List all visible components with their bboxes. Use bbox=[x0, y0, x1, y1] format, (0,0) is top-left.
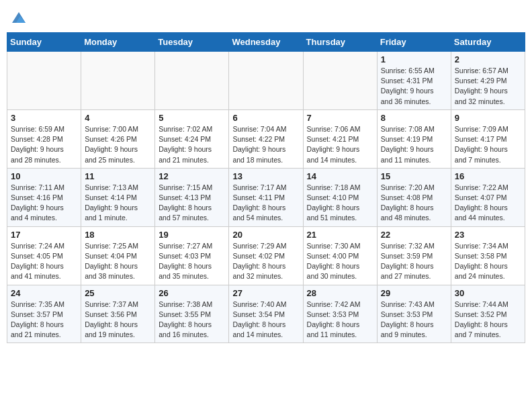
day-number: 19 bbox=[159, 230, 225, 240]
day-number: 4 bbox=[85, 113, 151, 123]
day-number: 14 bbox=[307, 171, 373, 181]
day-cell: 25Sunrise: 7:37 AM Sunset: 3:56 PM Dayli… bbox=[81, 285, 155, 343]
day-number: 2 bbox=[455, 54, 521, 64]
day-cell: 29Sunrise: 7:43 AM Sunset: 3:53 PM Dayli… bbox=[377, 285, 451, 343]
day-cell: 21Sunrise: 7:30 AM Sunset: 4:00 PM Dayli… bbox=[303, 226, 377, 285]
day-cell bbox=[7, 52, 81, 110]
day-detail: Sunrise: 6:59 AM Sunset: 4:28 PM Dayligh… bbox=[11, 124, 77, 165]
logo-icon bbox=[11, 9, 27, 26]
logo bbox=[9, 9, 27, 26]
day-cell: 8Sunrise: 7:08 AM Sunset: 4:19 PM Daylig… bbox=[377, 109, 451, 168]
day-cell: 1Sunrise: 6:55 AM Sunset: 4:31 PM Daylig… bbox=[377, 52, 451, 110]
day-cell: 26Sunrise: 7:38 AM Sunset: 3:55 PM Dayli… bbox=[155, 285, 229, 343]
weekday-header-wednesday: Wednesday bbox=[229, 33, 303, 52]
day-number: 5 bbox=[159, 113, 225, 123]
day-detail: Sunrise: 7:13 AM Sunset: 4:14 PM Dayligh… bbox=[85, 183, 151, 224]
day-cell: 2Sunrise: 6:57 AM Sunset: 4:29 PM Daylig… bbox=[451, 52, 525, 110]
day-detail: Sunrise: 6:57 AM Sunset: 4:29 PM Dayligh… bbox=[455, 66, 521, 107]
day-detail: Sunrise: 6:55 AM Sunset: 4:31 PM Dayligh… bbox=[381, 66, 447, 107]
calendar: SundayMondayTuesdayWednesdayThursdayFrid… bbox=[7, 32, 525, 343]
day-cell: 11Sunrise: 7:13 AM Sunset: 4:14 PM Dayli… bbox=[81, 168, 155, 226]
day-detail: Sunrise: 7:44 AM Sunset: 3:52 PM Dayligh… bbox=[455, 300, 521, 340]
day-number: 24 bbox=[11, 288, 77, 298]
weekday-header-saturday: Saturday bbox=[451, 33, 525, 52]
day-detail: Sunrise: 7:38 AM Sunset: 3:55 PM Dayligh… bbox=[159, 300, 225, 340]
week-row-3: 10Sunrise: 7:11 AM Sunset: 4:16 PM Dayli… bbox=[7, 168, 525, 226]
week-row-4: 17Sunrise: 7:24 AM Sunset: 4:05 PM Dayli… bbox=[7, 226, 525, 285]
day-number: 11 bbox=[85, 171, 151, 181]
day-cell: 24Sunrise: 7:35 AM Sunset: 3:57 PM Dayli… bbox=[7, 285, 81, 343]
day-detail: Sunrise: 7:17 AM Sunset: 4:11 PM Dayligh… bbox=[232, 183, 299, 224]
day-detail: Sunrise: 7:32 AM Sunset: 3:59 PM Dayligh… bbox=[381, 241, 447, 282]
day-cell: 15Sunrise: 7:20 AM Sunset: 4:08 PM Dayli… bbox=[377, 168, 451, 226]
day-number: 28 bbox=[307, 288, 373, 298]
day-detail: Sunrise: 7:42 AM Sunset: 3:53 PM Dayligh… bbox=[307, 300, 373, 340]
day-detail: Sunrise: 7:15 AM Sunset: 4:13 PM Dayligh… bbox=[159, 183, 225, 224]
day-number: 1 bbox=[381, 54, 447, 64]
day-cell: 22Sunrise: 7:32 AM Sunset: 3:59 PM Dayli… bbox=[377, 226, 451, 285]
day-number: 7 bbox=[307, 113, 373, 123]
weekday-header-friday: Friday bbox=[377, 33, 451, 52]
day-detail: Sunrise: 7:24 AM Sunset: 4:05 PM Dayligh… bbox=[11, 241, 77, 282]
day-detail: Sunrise: 7:09 AM Sunset: 4:17 PM Dayligh… bbox=[455, 124, 521, 165]
weekday-header-thursday: Thursday bbox=[303, 33, 377, 52]
day-number: 3 bbox=[11, 113, 77, 123]
weekday-header-monday: Monday bbox=[81, 33, 155, 52]
day-number: 23 bbox=[455, 230, 521, 240]
day-number: 12 bbox=[159, 171, 225, 181]
header bbox=[7, 7, 525, 28]
weekday-header-row: SundayMondayTuesdayWednesdayThursdayFrid… bbox=[7, 33, 525, 52]
day-detail: Sunrise: 7:22 AM Sunset: 4:07 PM Dayligh… bbox=[455, 183, 521, 224]
day-detail: Sunrise: 7:43 AM Sunset: 3:53 PM Dayligh… bbox=[381, 300, 447, 340]
day-number: 20 bbox=[232, 230, 299, 240]
day-cell bbox=[155, 52, 229, 110]
day-cell: 3Sunrise: 6:59 AM Sunset: 4:28 PM Daylig… bbox=[7, 109, 81, 168]
day-cell: 10Sunrise: 7:11 AM Sunset: 4:16 PM Dayli… bbox=[7, 168, 81, 226]
day-cell bbox=[229, 52, 303, 110]
day-number: 10 bbox=[11, 171, 77, 181]
day-number: 30 bbox=[455, 288, 521, 298]
day-detail: Sunrise: 7:00 AM Sunset: 4:26 PM Dayligh… bbox=[85, 124, 151, 165]
day-detail: Sunrise: 7:27 AM Sunset: 4:03 PM Dayligh… bbox=[159, 241, 225, 282]
week-row-2: 3Sunrise: 6:59 AM Sunset: 4:28 PM Daylig… bbox=[7, 109, 525, 168]
day-detail: Sunrise: 7:06 AM Sunset: 4:21 PM Dayligh… bbox=[307, 124, 373, 165]
day-detail: Sunrise: 7:30 AM Sunset: 4:00 PM Dayligh… bbox=[307, 241, 373, 282]
day-cell: 14Sunrise: 7:18 AM Sunset: 4:10 PM Dayli… bbox=[303, 168, 377, 226]
day-cell: 27Sunrise: 7:40 AM Sunset: 3:54 PM Dayli… bbox=[229, 285, 303, 343]
day-detail: Sunrise: 7:02 AM Sunset: 4:24 PM Dayligh… bbox=[159, 124, 225, 165]
day-number: 6 bbox=[232, 113, 299, 123]
week-row-5: 24Sunrise: 7:35 AM Sunset: 3:57 PM Dayli… bbox=[7, 285, 525, 343]
day-cell: 16Sunrise: 7:22 AM Sunset: 4:07 PM Dayli… bbox=[451, 168, 525, 226]
day-detail: Sunrise: 7:11 AM Sunset: 4:16 PM Dayligh… bbox=[11, 183, 77, 224]
day-detail: Sunrise: 7:18 AM Sunset: 4:10 PM Dayligh… bbox=[307, 183, 373, 224]
day-cell: 19Sunrise: 7:27 AM Sunset: 4:03 PM Dayli… bbox=[155, 226, 229, 285]
day-detail: Sunrise: 7:34 AM Sunset: 3:58 PM Dayligh… bbox=[455, 241, 521, 282]
day-number: 8 bbox=[381, 113, 447, 123]
day-detail: Sunrise: 7:04 AM Sunset: 4:22 PM Dayligh… bbox=[232, 124, 299, 165]
day-cell: 30Sunrise: 7:44 AM Sunset: 3:52 PM Dayli… bbox=[451, 285, 525, 343]
day-number: 16 bbox=[455, 171, 521, 181]
day-detail: Sunrise: 7:35 AM Sunset: 3:57 PM Dayligh… bbox=[11, 300, 77, 340]
day-number: 18 bbox=[85, 230, 151, 240]
day-detail: Sunrise: 7:40 AM Sunset: 3:54 PM Dayligh… bbox=[232, 300, 299, 340]
day-number: 9 bbox=[455, 113, 521, 123]
day-cell: 9Sunrise: 7:09 AM Sunset: 4:17 PM Daylig… bbox=[451, 109, 525, 168]
day-cell: 12Sunrise: 7:15 AM Sunset: 4:13 PM Dayli… bbox=[155, 168, 229, 226]
weekday-header-tuesday: Tuesday bbox=[155, 33, 229, 52]
day-cell: 13Sunrise: 7:17 AM Sunset: 4:11 PM Dayli… bbox=[229, 168, 303, 226]
day-cell: 6Sunrise: 7:04 AM Sunset: 4:22 PM Daylig… bbox=[229, 109, 303, 168]
day-number: 27 bbox=[232, 288, 299, 298]
day-number: 22 bbox=[381, 230, 447, 240]
day-number: 29 bbox=[381, 288, 447, 298]
day-cell: 7Sunrise: 7:06 AM Sunset: 4:21 PM Daylig… bbox=[303, 109, 377, 168]
day-number: 13 bbox=[232, 171, 299, 181]
day-cell: 23Sunrise: 7:34 AM Sunset: 3:58 PM Dayli… bbox=[451, 226, 525, 285]
week-row-1: 1Sunrise: 6:55 AM Sunset: 4:31 PM Daylig… bbox=[7, 52, 525, 110]
day-detail: Sunrise: 7:37 AM Sunset: 3:56 PM Dayligh… bbox=[85, 300, 151, 340]
day-number: 26 bbox=[159, 288, 225, 298]
day-number: 25 bbox=[85, 288, 151, 298]
day-number: 21 bbox=[307, 230, 373, 240]
day-cell: 18Sunrise: 7:25 AM Sunset: 4:04 PM Dayli… bbox=[81, 226, 155, 285]
day-detail: Sunrise: 7:20 AM Sunset: 4:08 PM Dayligh… bbox=[381, 183, 447, 224]
day-cell bbox=[303, 52, 377, 110]
